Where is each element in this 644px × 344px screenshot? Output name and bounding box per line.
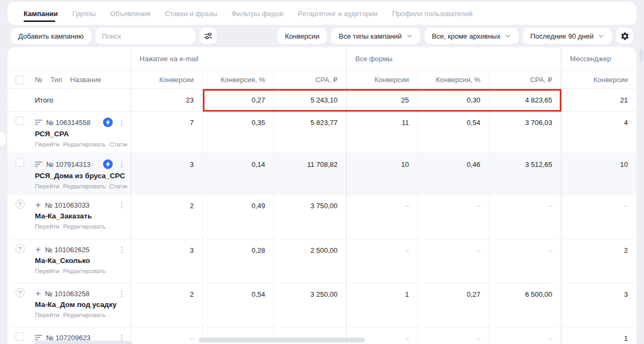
campaign-name[interactable]: Ма-Ка_Заказать — [35, 212, 127, 220]
cell-value: 3 706,03 — [489, 112, 561, 153]
column-header-row: № Тип Название Конверсии Конверсия, % CP… — [8, 71, 636, 89]
go-to-link[interactable]: Перейти — [35, 183, 60, 189]
cell-value: 1 — [346, 283, 418, 327]
search-input[interactable] — [96, 28, 195, 44]
cell-value: 3 512,65 — [489, 153, 561, 194]
col-conversion-rate[interactable]: Конверсия, % — [418, 71, 489, 89]
statistics-link[interactable]: Статистика — [109, 141, 127, 148]
edit-link[interactable]: Редактировать — [63, 312, 106, 318]
table-row: ? № 101063258 ⋮ Ма-Ка_Дом под усадку Пер… — [8, 283, 636, 327]
table-row: № 106314558 ⋮ РСЯ_CPA Перейти Редактиров… — [8, 112, 636, 153]
go-to-link[interactable]: Перейти — [35, 312, 60, 318]
select-all-checkbox[interactable] — [16, 76, 24, 84]
sidebar-collapse-handle[interactable] — [0, 132, 6, 146]
text-campaign-type-icon — [35, 161, 42, 167]
row-menu-icon[interactable]: ⋮ — [116, 160, 127, 169]
cell-value: 0,49 — [202, 195, 274, 239]
cell-value: 2 — [130, 283, 202, 327]
filters-button[interactable] — [200, 28, 217, 44]
cell-value: – — [489, 239, 561, 283]
col-type[interactable]: Тип — [50, 76, 62, 84]
campaign-name[interactable]: Ма-Ка_Сколько — [35, 257, 127, 265]
cell-value: 10 — [346, 153, 418, 194]
cell-value: 3 — [130, 153, 202, 194]
campaign-number[interactable]: № 107914313 — [46, 160, 91, 169]
tab-bids-phrases[interactable]: Ставки и фразы — [165, 2, 217, 25]
tab-ads[interactable]: Объявления — [110, 2, 150, 25]
add-campaign-button[interactable]: Добавить кампанию — [11, 28, 91, 44]
edit-link[interactable]: Редактировать — [63, 183, 106, 189]
campaign-number[interactable]: № 101062625 — [45, 246, 90, 254]
cell-value: 0,46 — [418, 153, 489, 194]
edit-link[interactable]: Редактировать — [63, 141, 106, 148]
col-cpa[interactable]: CPA, ₽ — [274, 71, 346, 89]
tab-campaigns[interactable]: Кампании — [24, 2, 58, 25]
col-conversions[interactable]: Конверсии — [561, 71, 636, 89]
boost-lightning-icon[interactable] — [103, 159, 113, 169]
spark-campaign-type-icon — [35, 290, 41, 297]
col-conversion-rate[interactable]: Конверсия, % — [202, 71, 274, 89]
go-to-link[interactable]: Перейти — [35, 141, 60, 148]
date-range-dropdown[interactable]: Последние 90 дней — [523, 28, 612, 44]
help-question-icon[interactable]: ? — [16, 244, 25, 253]
cell-value: 2 500,00 — [274, 239, 346, 283]
table-row: ? № 101062625 ⋮ Ма-Ка_Сколько Перейти Ре… — [8, 239, 636, 283]
cell-value: 0,28 — [202, 239, 274, 283]
text-campaign-type-icon — [35, 334, 42, 341]
campaign-number[interactable]: № 106314558 — [46, 119, 91, 127]
row-checkbox[interactable] — [16, 158, 24, 167]
tab-retargeting[interactable]: Ретаргетинг и аудитории — [298, 2, 378, 25]
cell-value: – — [418, 195, 489, 239]
help-question-icon[interactable]: ? — [16, 200, 25, 209]
table-row: ? № 101063033 ⋮ Ма-Ка_Заказать Перейти Р… — [8, 195, 636, 239]
row-checkbox[interactable] — [16, 116, 24, 125]
campaign-number[interactable]: № 101063033 — [45, 201, 90, 209]
edit-link[interactable]: Редактировать — [63, 223, 106, 230]
archive-filter-dropdown[interactable]: Все, кроме архивных — [425, 28, 519, 44]
campaign-type-dropdown[interactable]: Все типы кампаний — [331, 28, 420, 44]
horizontal-scrollbar-track[interactable] — [34, 341, 132, 344]
conversions-button[interactable]: Конверсии — [277, 28, 327, 44]
campaign-name[interactable]: РСЯ_CPA — [35, 130, 127, 138]
row-checkbox[interactable] — [16, 332, 24, 341]
edit-link[interactable]: Редактировать — [63, 268, 106, 274]
campaign-name[interactable]: РСЯ_Дома из бруса_CPC — [35, 172, 127, 180]
go-to-link[interactable]: Перейти — [35, 223, 60, 230]
text-campaign-type-icon — [35, 119, 42, 126]
row-menu-icon[interactable]: ⋮ — [116, 245, 127, 254]
cell-value: – — [489, 195, 561, 239]
cell-value: 0,54 — [202, 283, 274, 327]
row-menu-icon[interactable]: ⋮ — [116, 289, 127, 298]
totals-row: Итого 23 0,27 5 243,10 25 0,30 4 823,65 … — [8, 89, 636, 112]
totals-label: Итого — [32, 89, 130, 111]
cell-value: 3 750,00 — [274, 195, 346, 239]
go-to-link[interactable]: Перейти — [35, 268, 60, 274]
statistics-link[interactable]: Статистика — [109, 183, 127, 189]
cell-value: 0,35 — [202, 112, 274, 153]
vertical-scrollbar-thumb[interactable] — [640, 49, 643, 62]
campaign-number[interactable]: № 101063258 — [45, 290, 90, 298]
col-name[interactable]: Название — [70, 76, 101, 84]
cell-value: 0,27 — [418, 283, 489, 327]
campaign-name[interactable]: Ма-Ка_Дом под усадку — [35, 301, 127, 309]
settings-button[interactable] — [616, 28, 633, 44]
col-conversions[interactable]: Конверсии — [346, 71, 418, 89]
tab-groups[interactable]: Группы — [72, 2, 96, 25]
col-cpa[interactable]: CPA, ₽ — [489, 71, 561, 89]
col-number[interactable]: № — [35, 76, 42, 84]
cell-value: – — [130, 327, 202, 344]
column-group-header: Нажатие на e-mail Все формы Мессенджер — [8, 47, 636, 71]
total-value: 23 — [130, 89, 202, 111]
cell-value: – — [418, 327, 489, 344]
help-question-icon[interactable]: ? — [16, 288, 25, 297]
group-email-click: Нажатие на e-mail — [130, 47, 346, 70]
cell-value: – — [561, 195, 636, 239]
row-menu-icon[interactable]: ⋮ — [116, 118, 127, 127]
tab-feed-filters[interactable]: Фильтры фидов — [231, 2, 283, 25]
boost-lightning-icon[interactable] — [103, 118, 113, 127]
col-conversions[interactable]: Конверсии — [130, 71, 202, 89]
toolbar-right: Конверсии Все типы кампаний Все, кроме а… — [277, 28, 633, 44]
row-menu-icon[interactable]: ⋮ — [116, 201, 127, 209]
horizontal-scrollbar-thumb[interactable] — [199, 338, 365, 342]
tab-user-profiles[interactable]: Профили пользователей — [392, 2, 473, 25]
